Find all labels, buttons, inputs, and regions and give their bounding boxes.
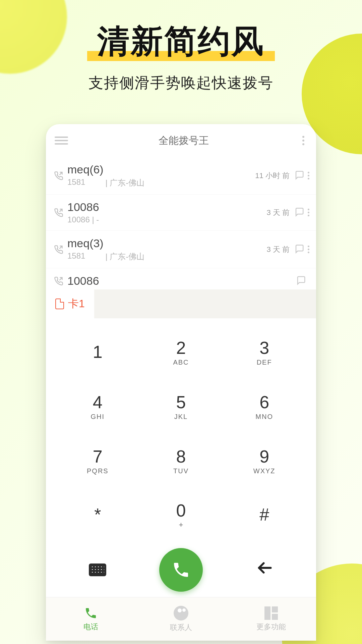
bottom-nav: 电话 联系人 更多功能 <box>46 597 316 641</box>
message-icon[interactable] <box>296 275 306 287</box>
call-number: 1581 <box>67 177 85 188</box>
sim-card-icon <box>55 299 64 309</box>
call-name: meq(3) <box>67 237 267 250</box>
message-icon[interactable] <box>294 207 304 218</box>
key-2[interactable]: 2ABC <box>139 325 223 379</box>
key-5[interactable]: 5JKL <box>139 379 223 434</box>
promo-header: 清新简约风 <box>0 20 362 64</box>
key-0[interactable]: 0+ <box>139 488 223 542</box>
sim-label: 卡1 <box>68 297 85 311</box>
call-location: | 广东-佛山 <box>105 177 144 188</box>
call-log-row[interactable]: 10086 10086 | - 3 天 前 <box>46 195 316 231</box>
key-star[interactable]: * <box>56 488 139 542</box>
nav-label: 联系人 <box>170 623 192 633</box>
key-7[interactable]: 7PQRS <box>56 434 139 488</box>
app-bar: 全能拨号王 <box>46 124 316 157</box>
nav-contacts[interactable]: 联系人 <box>136 597 226 641</box>
nav-phone[interactable]: 电话 <box>46 597 136 641</box>
dial-actions <box>46 542 316 597</box>
sim-selector: 卡1 <box>46 289 316 318</box>
outgoing-call-icon <box>52 276 65 286</box>
call-time: 11 小时 前 <box>255 171 290 181</box>
row-overflow-icon[interactable] <box>308 246 309 253</box>
row-overflow-icon[interactable] <box>308 209 309 216</box>
key-3[interactable]: 3DEF <box>223 325 306 379</box>
menu-icon[interactable] <box>55 137 68 145</box>
promo-headline: 清新简约风 <box>0 20 362 64</box>
call-log-row[interactable]: meq(3) 1581 | 广东-佛山 3 天 前 <box>46 231 316 268</box>
key-6[interactable]: 6MNO <box>223 379 306 434</box>
outgoing-call-icon <box>52 208 65 217</box>
phone-mock: 全能拨号王 meq(6) 1581 | 广东-佛山 11 小时 前 <box>46 124 316 641</box>
nav-more[interactable]: 更多功能 <box>226 597 316 641</box>
call-number: 10086 | - <box>67 215 99 224</box>
message-icon[interactable] <box>294 244 304 255</box>
nav-label: 电话 <box>83 622 98 632</box>
outgoing-call-icon <box>52 245 65 254</box>
dial-button[interactable] <box>159 548 203 592</box>
nav-label: 更多功能 <box>256 622 286 632</box>
grid-icon <box>264 606 278 620</box>
overflow-icon[interactable] <box>299 136 307 145</box>
row-overflow-icon[interactable] <box>308 172 309 179</box>
call-name: 10086 <box>67 201 267 214</box>
call-log-row[interactable]: 10086 <box>46 268 316 289</box>
key-4[interactable]: 4GHI <box>56 379 139 434</box>
call-log-row[interactable]: meq(6) 1581 | 广东-佛山 11 小时 前 <box>46 157 316 195</box>
keyboard-icon[interactable] <box>89 564 106 576</box>
message-icon[interactable] <box>294 170 304 181</box>
key-hash[interactable]: # <box>223 488 306 542</box>
outgoing-call-icon <box>52 171 65 180</box>
key-9[interactable]: 9WXYZ <box>223 434 306 488</box>
call-time: 3 天 前 <box>267 208 290 218</box>
sim-tab-1[interactable]: 卡1 <box>46 289 94 318</box>
call-number: 1581 <box>67 251 85 262</box>
key-1[interactable]: 1 <box>56 325 139 379</box>
call-time: 3 天 前 <box>267 245 290 255</box>
call-log: meq(6) 1581 | 广东-佛山 11 小时 前 10086 10086 … <box>46 157 316 289</box>
key-8[interactable]: 8TUV <box>139 434 223 488</box>
dial-pad: 1 2ABC 3DEF 4GHI 5JKL 6MNO 7PQRS 8TUV 9W… <box>46 318 316 542</box>
app-title: 全能拨号王 <box>68 134 299 148</box>
call-name: 10086 <box>67 274 296 287</box>
backspace-icon[interactable] <box>255 558 274 582</box>
call-name: meq(6) <box>67 163 255 176</box>
contacts-icon <box>174 606 188 621</box>
call-location: | 广东-佛山 <box>105 251 144 262</box>
